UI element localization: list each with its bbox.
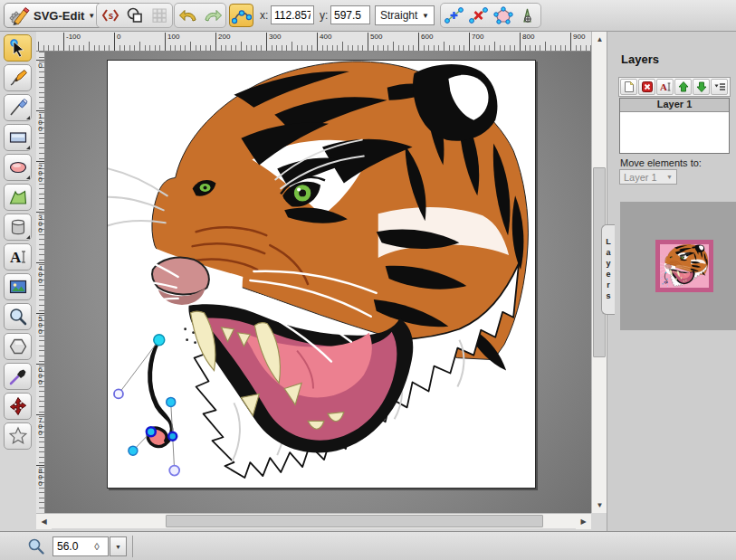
delete-x-icon <box>641 81 654 93</box>
move-target-value: Layer 1 <box>624 172 657 183</box>
layer-list: Layer 1 <box>619 98 730 154</box>
tool-image[interactable] <box>4 273 32 300</box>
layer-button-row: A <box>618 77 731 97</box>
workspace[interactable] <box>45 52 591 513</box>
arrow-up-icon <box>677 81 690 93</box>
tool-text[interactable]: A <box>4 243 32 271</box>
tool-zoom[interactable] <box>4 303 32 330</box>
edit-node-mode-button[interactable] <box>229 4 253 27</box>
ruler-label: 0 <box>114 33 120 51</box>
zoom-preset-dropdown[interactable]: ▼ <box>110 536 127 556</box>
ruler-label: 300 <box>266 33 281 51</box>
document-button-group: s <box>96 3 173 28</box>
line-icon <box>8 98 28 118</box>
tool-polygon[interactable] <box>4 333 32 360</box>
scroll-left-button[interactable]: ◀ <box>36 514 52 529</box>
chevron-down-icon: ▼ <box>666 174 673 180</box>
scroll-down-button[interactable]: ▼ <box>592 498 607 513</box>
hexagon-icon <box>8 337 28 356</box>
horizontal-scrollbar[interactable]: ◀ ▶ <box>36 513 591 528</box>
delete-layer-button[interactable] <box>638 79 655 95</box>
x-input[interactable] <box>271 5 314 24</box>
text-icon: A <box>8 247 28 267</box>
scroll-up-button[interactable]: ▲ <box>592 32 607 47</box>
eyedropper-icon <box>8 366 28 386</box>
edit-node-icon <box>232 6 252 24</box>
tool-line[interactable] <box>4 94 32 121</box>
move-target-select[interactable]: Layer 1 ▼ <box>619 169 677 185</box>
tool-ellipse[interactable] <box>4 154 32 181</box>
source-editor-button[interactable]: s <box>99 5 121 26</box>
segment-type-select[interactable]: Straight ▼ <box>375 5 435 25</box>
move-layer-up-button[interactable] <box>674 79 692 95</box>
new-page-icon <box>623 81 636 93</box>
make-link-icon <box>518 6 538 24</box>
layer-preview-area <box>620 202 736 330</box>
menu-caret-icon <box>713 81 726 93</box>
tool-star[interactable] <box>4 422 32 450</box>
ruler-label: 600 <box>36 364 44 384</box>
shapes-button[interactable] <box>123 5 146 26</box>
tool-select[interactable] <box>4 34 32 62</box>
x-label: x: <box>260 9 268 22</box>
rename-layer-button[interactable]: A <box>656 79 674 95</box>
delete-node-button[interactable] <box>467 5 490 26</box>
redo-button[interactable] <box>201 5 224 26</box>
make-link-button[interactable] <box>516 5 539 26</box>
move-elements-label: Move elements to: <box>620 157 702 168</box>
ruler-label: 700 <box>36 414 44 435</box>
zoom-spinner[interactable]: ◊ <box>90 541 104 552</box>
undo-button[interactable] <box>177 5 199 26</box>
path-icon <box>8 187 28 207</box>
ruler-label: 900 <box>570 33 585 51</box>
zoom-magnifier-icon <box>27 537 45 555</box>
svg-edit-window: SVG-Edit ▼ s <box>0 0 736 560</box>
image-icon <box>8 277 28 297</box>
zoom-level-input[interactable] <box>53 540 90 553</box>
cylinder-icon <box>8 217 28 237</box>
grid-button[interactable] <box>148 5 170 26</box>
tool-path[interactable] <box>4 184 32 211</box>
horizontal-scroll-thumb[interactable] <box>166 515 543 527</box>
chevron-down-icon: ▼ <box>422 12 429 20</box>
tool-eyedropper[interactable] <box>4 363 32 390</box>
ruler-label: 200 <box>36 161 44 182</box>
move-layer-down-button[interactable] <box>693 79 710 95</box>
tool-shape-library[interactable] <box>4 214 32 241</box>
scroll-right-button[interactable]: ▶ <box>576 514 591 529</box>
svg-text:s: s <box>108 11 113 21</box>
segment-type-value: Straight <box>380 9 417 22</box>
layer-row[interactable]: Layer 1 <box>620 99 729 112</box>
source-code-icon: s <box>101 6 119 24</box>
open-path-button[interactable] <box>492 5 514 26</box>
y-label: y: <box>320 9 328 22</box>
add-node-button[interactable] <box>443 5 465 26</box>
ruler-label: 300 <box>36 212 44 233</box>
svg-canvas[interactable] <box>107 60 536 489</box>
layer-menu-button[interactable] <box>711 79 728 95</box>
zoom-level-field: ◊ <box>53 536 109 556</box>
ruler-label: 700 <box>469 33 483 51</box>
svg-text:A: A <box>660 81 667 92</box>
ruler-label: 400 <box>36 262 44 283</box>
ruler-label: 800 <box>36 465 44 486</box>
layers-collapse-tab[interactable]: Layers <box>601 224 615 315</box>
layers-panel-title: Layers <box>621 52 659 66</box>
node-button-group <box>440 3 541 28</box>
app-menu-button[interactable]: SVG-Edit ▼ <box>4 3 103 28</box>
ruler-label: 800 <box>520 33 534 51</box>
magnifier-icon <box>8 307 28 327</box>
tool-pencil[interactable] <box>4 64 32 91</box>
ruler-label: 500 <box>36 313 44 334</box>
tiger-artwork <box>108 61 535 488</box>
red-arrows-icon <box>8 396 28 416</box>
svg-text:A: A <box>10 249 22 266</box>
grid-icon <box>150 6 168 24</box>
new-layer-button[interactable] <box>620 79 637 95</box>
y-input[interactable] <box>330 5 370 24</box>
star-icon <box>8 426 28 446</box>
tool-rectangle[interactable] <box>4 124 32 151</box>
tool-offset[interactable] <box>4 393 32 420</box>
svgedit-logo-icon <box>8 5 30 26</box>
ruler-label: 100 <box>36 110 44 131</box>
